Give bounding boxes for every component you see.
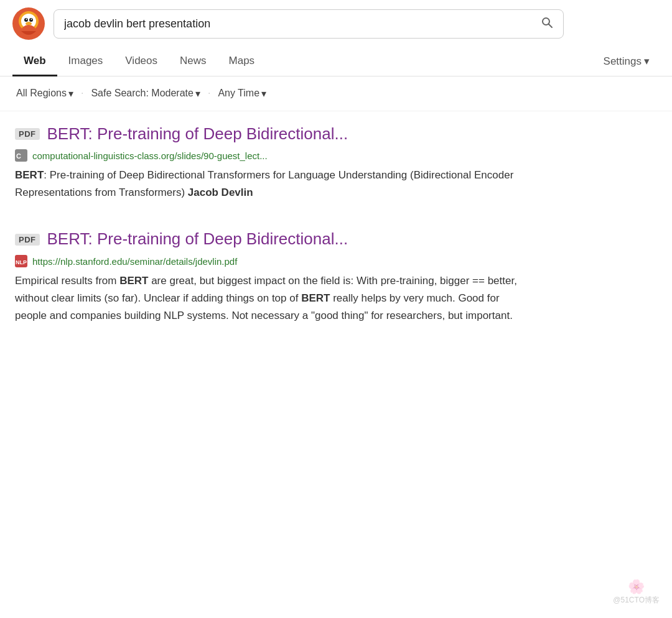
result-description-1: BERT: Pre-training of Deep Bidirectional… bbox=[15, 167, 525, 201]
safe-search-label: Safe Search: Moderate bbox=[91, 88, 194, 99]
search-bar[interactable] bbox=[54, 9, 564, 39]
time-arrow-icon: ▾ bbox=[261, 88, 266, 99]
safe-search-filter[interactable]: Safe Search: Moderate ▾ bbox=[90, 85, 202, 102]
pdf-badge-1: PDF bbox=[15, 128, 40, 140]
regions-filter[interactable]: All Regions ▾ bbox=[15, 85, 75, 102]
svg-point-5 bbox=[26, 19, 27, 20]
search-input[interactable] bbox=[64, 17, 541, 30]
result-title-row-2: PDF BERT: Pre-training of Deep Bidirecti… bbox=[15, 229, 657, 250]
time-filter[interactable]: Any Time ▾ bbox=[217, 85, 268, 102]
result-title-row-1: PDF BERT: Pre-training of Deep Bidirecti… bbox=[15, 124, 657, 145]
tab-web[interactable]: Web bbox=[12, 47, 57, 76]
pdf-badge-2: PDF bbox=[15, 234, 40, 246]
site-favicon-2: NLP bbox=[15, 255, 27, 267]
svg-text:NLP: NLP bbox=[16, 259, 27, 265]
regions-label: All Regions bbox=[16, 88, 67, 99]
regions-arrow-icon: ▾ bbox=[68, 88, 73, 99]
result-url-row-1: C computational-linguistics-class.org/sl… bbox=[15, 149, 657, 162]
search-results: PDF BERT: Pre-training of Deep Bidirecti… bbox=[0, 111, 672, 365]
settings-arrow-icon: ▾ bbox=[644, 55, 650, 68]
header bbox=[0, 0, 672, 47]
result-title-link-1[interactable]: BERT: Pre-training of Deep Bidirectional… bbox=[47, 124, 348, 145]
site-favicon-1: C bbox=[15, 149, 27, 162]
settings-label: Settings bbox=[604, 55, 642, 68]
tab-maps[interactable]: Maps bbox=[218, 47, 266, 76]
svg-point-6 bbox=[31, 19, 32, 20]
result-url-row-2: NLP https://nlp.stanford.edu/seminar/det… bbox=[15, 255, 657, 267]
svg-point-4 bbox=[29, 18, 33, 22]
result-url-link-1[interactable]: computational-linguistics-class.org/slid… bbox=[32, 150, 268, 161]
filter-separator-2: · bbox=[208, 88, 210, 99]
filters-bar: All Regions ▾ · Safe Search: Moderate ▾ … bbox=[0, 76, 672, 111]
settings-button[interactable]: Settings ▾ bbox=[594, 47, 660, 75]
safe-search-arrow-icon: ▾ bbox=[195, 88, 200, 99]
filter-separator-1: · bbox=[81, 88, 83, 99]
search-icon[interactable] bbox=[541, 16, 553, 32]
result-item-2: PDF BERT: Pre-training of Deep Bidirecti… bbox=[15, 229, 657, 325]
tab-images[interactable]: Images bbox=[57, 47, 114, 76]
result-url-link-2[interactable]: https://nlp.stanford.edu/seminar/details… bbox=[32, 256, 237, 267]
result-item-1: PDF BERT: Pre-training of Deep Bidirecti… bbox=[15, 124, 657, 202]
tab-news[interactable]: News bbox=[169, 47, 218, 76]
svg-text:C: C bbox=[16, 152, 21, 160]
result-description-2: Empirical results from BERT are great, b… bbox=[15, 272, 525, 325]
time-label: Any Time bbox=[218, 88, 259, 99]
tab-videos[interactable]: Videos bbox=[114, 47, 169, 76]
svg-line-10 bbox=[549, 24, 553, 27]
logo-icon[interactable] bbox=[12, 7, 45, 40]
nav-right: Settings ▾ bbox=[594, 47, 660, 75]
nav-left: Web Images Videos News Maps bbox=[12, 47, 594, 76]
result-title-link-2[interactable]: BERT: Pre-training of Deep Bidirectional… bbox=[47, 229, 348, 250]
svg-point-3 bbox=[24, 18, 28, 22]
nav-tabs: Web Images Videos News Maps Settings ▾ bbox=[0, 47, 672, 76]
